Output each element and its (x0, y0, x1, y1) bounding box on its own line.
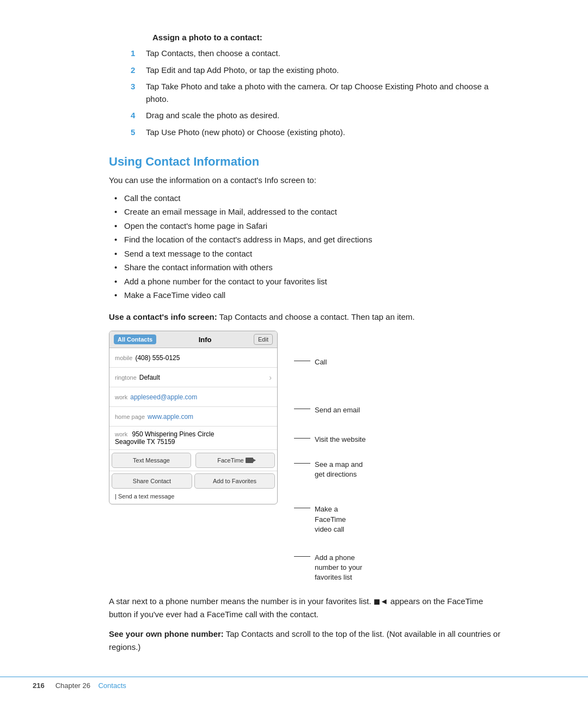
ringtone-value: Default (139, 374, 160, 381)
callout-website: Visit the website (294, 433, 366, 452)
nav-title: Info (160, 336, 250, 344)
step-3-num: 3 (131, 81, 146, 105)
callout-text-email: Send an email (315, 404, 360, 415)
callout-line-3 (294, 438, 310, 439)
callout-line-1 (294, 361, 310, 361)
facetime-camera-icon (246, 458, 253, 463)
action-buttons-row: Text Message FaceTime (109, 450, 277, 471)
see-own-number-bold: See your own phone number: (109, 629, 224, 638)
step-2-num: 2 (131, 64, 146, 77)
step-1-num: 1 (131, 47, 146, 60)
add-to-favorites-label: Add to Favorites (213, 478, 256, 484)
homepage-row: home page www.apple.com (109, 407, 277, 427)
step-4-text: Drag and scale the photo as desired. (146, 109, 279, 122)
share-contact-label: Share Contact (133, 478, 171, 484)
intro-text: You can use the information on a contact… (109, 174, 501, 187)
assign-photo-heading: Assign a photo to a contact: (152, 33, 501, 42)
diagram-container: All Contacts Info Edit mobile (408) 555-… (109, 331, 501, 584)
bottom-note-1-text: A star next to a phone number means the … (109, 597, 483, 619)
bottom-note-2: See your own phone number: Tap Contacts … (109, 628, 501, 654)
phone-nav-bar: All Contacts Info Edit (109, 331, 277, 348)
bullet-item-1: Call the contact (114, 191, 501, 205)
step-5-num: 5 (131, 126, 146, 139)
callout-favorites: Add a phonenumber to yourfavorites list (294, 551, 366, 584)
chapter-label: Chapter 26 (56, 681, 90, 690)
step-3-text: Tap Take Photo and take a photo with the… (146, 81, 501, 105)
ringtone-label: ringtone (115, 374, 137, 381)
add-to-favorites-button[interactable]: Add to Favorites (194, 473, 275, 489)
assign-steps-list: 1 Tap Contacts, then choose a contact. 2… (131, 47, 501, 138)
use-contact-instruction: Use a contact's info screen: Tap Contact… (109, 311, 501, 324)
page-number: 216 (33, 681, 45, 690)
mobile-value: (408) 555-0125 (135, 354, 180, 362)
callout-line-5 (294, 508, 310, 508)
callout-text-favorites: Add a phonenumber to yourfavorites list (315, 552, 362, 583)
callout-facetime: Make aFaceTimevideo call (294, 502, 366, 535)
assign-heading-text: Assign a photo to a contact: (152, 33, 262, 42)
callout-text-map: See a map andget directions (315, 459, 363, 479)
callout-line-2 (294, 409, 310, 409)
step-4: 4 Drag and scale the photo as desired. (131, 109, 501, 122)
edit-button[interactable]: Edit (254, 334, 273, 345)
callouts-container: Call Send an email Visit the website See… (294, 331, 366, 584)
step-3: 3 Tap Take Photo and take a photo with t… (131, 81, 501, 105)
section-title: Using Contact Information (109, 155, 501, 169)
phone-mockup: All Contacts Info Edit mobile (408) 555-… (109, 331, 278, 504)
facetime-label: FaceTime (217, 457, 244, 464)
mobile-label: mobile (115, 355, 132, 361)
callout-call: Call (294, 355, 366, 375)
address-label: work (115, 431, 127, 437)
use-contact-bold: Use a contact's info screen: (109, 312, 217, 321)
bottom-note-1: A star next to a phone number means the … (109, 595, 501, 621)
email-row: work appleseed@apple.com (109, 387, 277, 407)
callout-email: Send an email (294, 403, 366, 423)
callout-line-4 (294, 463, 310, 464)
bullet-item-3: Open the contact's home page in Safari (114, 219, 501, 233)
send-text-arrow: | (115, 493, 117, 500)
step-5: 5 Tap Use Photo (new photo) or Choose (e… (131, 126, 501, 139)
step-1: 1 Tap Contacts, then choose a contact. (131, 47, 501, 60)
homepage-label: home page (115, 413, 145, 420)
bullet-item-2: Create an email message in Mail, address… (114, 205, 501, 219)
email-label: work (115, 394, 127, 400)
mobile-phone-row: mobile (408) 555-0125 (109, 348, 277, 368)
text-message-label: Text Message (133, 457, 170, 464)
use-contact-text: Tap Contacts and choose a contact. Then … (219, 312, 415, 321)
all-contacts-button[interactable]: All Contacts (114, 334, 156, 344)
bullet-item-5: Send a text message to the contact (114, 247, 501, 261)
address-row: work 950 Whispering Pines CircleSeagovil… (109, 427, 277, 450)
ringtone-row: ringtone Default › (109, 368, 277, 387)
email-value: appleseed@apple.com (130, 393, 197, 401)
callout-text-call: Call (315, 356, 327, 367)
chevron-icon: › (269, 373, 272, 382)
step-4-num: 4 (131, 109, 146, 122)
step-1-text: Tap Contacts, then choose a contact. (146, 47, 280, 60)
footer: 216 Chapter 26 Contacts (0, 677, 588, 690)
bullet-item-4: Find the location of the contact's addre… (114, 233, 501, 247)
step-2: 2 Tap Edit and tap Add Photo, or tap the… (131, 64, 501, 77)
bullet-item-7: Add a phone number for the contact to yo… (114, 275, 501, 289)
bullet-item-6: Share the contact information with other… (114, 260, 501, 275)
chapter-info: Chapter 26 Contacts (56, 681, 126, 690)
step-5-text: Tap Use Photo (new photo) or Choose (exi… (146, 126, 345, 139)
callout-text-facetime: Make aFaceTimevideo call (315, 503, 346, 534)
callout-map: See a map andget directions (294, 458, 366, 480)
share-row: Share Contact Add to Favorites (109, 471, 277, 491)
facetime-button[interactable]: FaceTime (195, 453, 275, 468)
share-contact-button[interactable]: Share Contact (112, 473, 192, 489)
text-message-button[interactable]: Text Message (112, 453, 191, 468)
callout-line-6 (294, 556, 310, 557)
homepage-value: www.apple.com (148, 413, 193, 421)
step-2-text: Tap Edit and tap Add Photo, or tap the e… (146, 64, 339, 77)
address-value: 950 Whispering Pines CircleSeagoville TX… (115, 430, 214, 446)
bullet-item-8: Make a FaceTime video call (114, 288, 501, 302)
send-text-label: | Send a text message (109, 491, 277, 504)
features-list: Call the contact Create an email message… (114, 191, 501, 302)
chapter-link: Contacts (98, 681, 126, 690)
send-text-text: Send a text message (118, 493, 174, 500)
callout-text-website: Visit the website (315, 434, 366, 445)
